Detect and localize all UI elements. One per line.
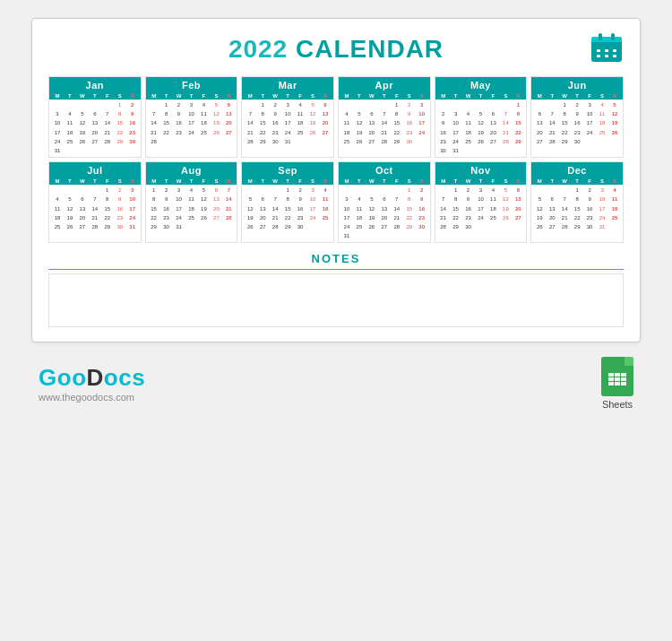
month-header-feb: Feb [146, 77, 237, 92]
day-cell: 1 [391, 100, 403, 109]
day-cell: 8 [160, 109, 173, 118]
day-cell: 8 [403, 195, 416, 204]
svg-rect-3 [599, 33, 602, 40]
week-row: 17181920212223 [340, 213, 428, 222]
brand-url: www.thegoodocs.com [39, 392, 134, 403]
day-cell: 24 [340, 222, 353, 231]
day-cell: 19 [64, 213, 76, 222]
day-label: S [126, 178, 139, 184]
day-cell: 15 [256, 118, 269, 127]
week-row: .123456 [148, 100, 236, 109]
calendar-icon [590, 31, 624, 65]
day-label: T [160, 178, 173, 184]
day-cell: 14 [499, 118, 512, 127]
day-cell: 21 [378, 128, 391, 137]
notes-title: NOTES [48, 252, 624, 265]
day-cell: 30 [571, 137, 583, 146]
day-labels-row: MTWTFSS [435, 92, 527, 100]
day-cell: 25 [340, 137, 353, 146]
day-cell: 13 [256, 204, 269, 213]
day-label: W [173, 93, 185, 99]
day-label: T [450, 93, 462, 99]
day-cell: 27 [378, 222, 391, 231]
day-label: M [148, 93, 160, 99]
months-grid: JanMTWTFSS.....1234567891011121314151617… [48, 76, 624, 243]
month-body: ...1234567891011121314151617181920212223… [242, 185, 333, 233]
day-cell: 25 [462, 137, 475, 146]
week-row: 45678910 [340, 109, 428, 118]
day-cell: 18 [185, 204, 198, 213]
day-cell: 18 [340, 128, 353, 137]
week-row: 14151617181920 [244, 118, 332, 127]
week-row: 11121314151617 [340, 118, 428, 127]
day-cell: 20 [256, 213, 269, 222]
day-cell: 25 [353, 222, 366, 231]
month-body: ....123456789101112131415161718192021222… [49, 185, 141, 233]
day-cell: 24 [173, 213, 185, 222]
day-cell: 8 [391, 109, 403, 118]
day-cell: 10 [281, 109, 294, 118]
week-row: 28293031... [244, 137, 332, 146]
day-cell: 27 [222, 128, 235, 137]
day-cell: 1 [450, 186, 462, 195]
day-labels-row: MTWTFSS [146, 92, 237, 100]
day-cell: 5 [499, 186, 512, 195]
day-cell: 16 [403, 118, 416, 127]
day-cell: 23 [462, 213, 475, 222]
day-cell: 3 [583, 100, 596, 109]
week-row: 3456789 [340, 195, 428, 204]
day-cell: 16 [269, 118, 281, 127]
day-cell: 18 [462, 128, 475, 137]
day-cell: 19 [475, 128, 487, 137]
day-cell: 16 [160, 204, 173, 213]
day-cell: 6 [533, 109, 546, 118]
svg-rect-9 [605, 55, 608, 57]
day-cell: 30 [437, 146, 450, 155]
day-cell: 22 [148, 213, 160, 222]
day-cell: 28 [89, 222, 101, 231]
day-cell: 19 [353, 128, 366, 137]
day-cell: 14 [269, 204, 281, 213]
day-cell: 26 [197, 213, 210, 222]
day-cell: 18 [51, 213, 64, 222]
day-cell: 25 [51, 222, 64, 231]
day-labels-row: MTWTFSS [242, 178, 333, 185]
day-cell: 30 [583, 222, 596, 231]
day-label: M [437, 93, 450, 99]
day-label: M [244, 178, 256, 184]
day-label: T [89, 178, 101, 184]
day-cell: 3 [281, 100, 294, 109]
header-row: 2022 CALENDAR [48, 35, 624, 64]
day-cell: 22 [114, 128, 126, 137]
day-cell: 28 [391, 222, 403, 231]
day-cell: 31 [450, 146, 462, 155]
day-cell: 6 [378, 195, 391, 204]
day-cell: 25 [64, 137, 76, 146]
day-cell: 1 [281, 186, 294, 195]
notes-box[interactable] [48, 273, 624, 327]
day-cell: 5 [64, 195, 76, 204]
week-row: ...1234 [533, 186, 621, 195]
day-cell: 30 [462, 222, 475, 231]
day-cell: 3 [185, 100, 198, 109]
day-cell: 22 [403, 213, 416, 222]
day-label: S [319, 178, 332, 184]
day-cell: 26 [76, 137, 89, 146]
month-body: .....12345678910111213141516171819202122… [339, 185, 430, 242]
week-row: 3031..... [437, 146, 525, 155]
day-cell: 7 [437, 195, 450, 204]
month-body: .123456789101112131415161718192021222324… [435, 185, 527, 233]
day-cell: 28 [148, 137, 160, 146]
day-cell: 23 [571, 128, 583, 137]
day-cell: 8 [281, 195, 294, 204]
day-label: S [512, 93, 524, 99]
day-cell: 28 [499, 137, 512, 146]
day-cell: 3 [306, 186, 319, 195]
day-cell: 24 [583, 128, 596, 137]
day-label: W [269, 178, 281, 184]
day-cell: 7 [391, 195, 403, 204]
day-cell: 3 [126, 186, 139, 195]
svg-rect-2 [591, 42, 622, 46]
day-cell: 19 [608, 118, 621, 127]
day-cell: 30 [403, 137, 416, 146]
